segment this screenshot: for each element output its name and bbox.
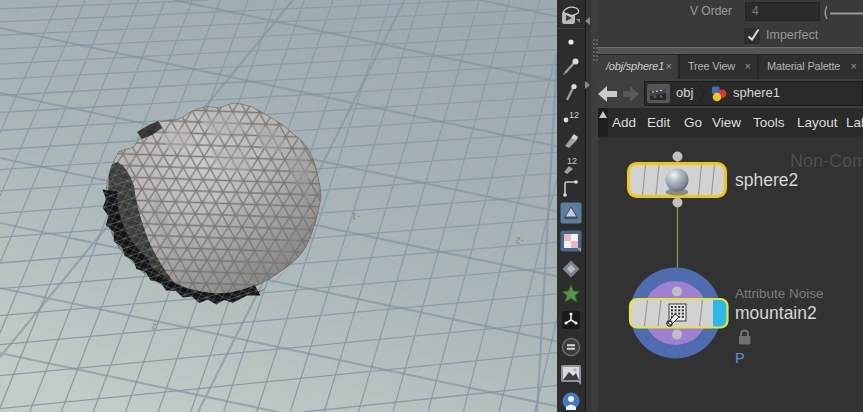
svg-text:Attribute Noise: Attribute Noise xyxy=(735,286,824,301)
svg-text:P: P xyxy=(735,350,745,366)
svg-text:12: 12 xyxy=(569,110,579,120)
svg-text:mountain2: mountain2 xyxy=(735,303,817,323)
svg-text:Non-Com: Non-Com xyxy=(790,151,863,171)
svg-text:12: 12 xyxy=(567,156,577,166)
svg-text:-2: -2 xyxy=(515,235,524,246)
svg-text:-1: -1 xyxy=(351,211,360,222)
svg-text:sphere2: sphere2 xyxy=(735,170,798,190)
